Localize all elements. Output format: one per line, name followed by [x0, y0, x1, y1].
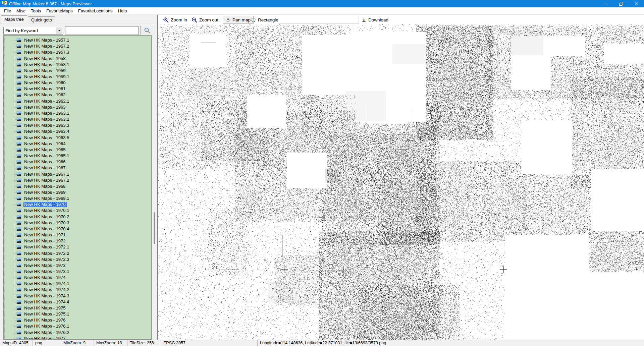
pan-map-button[interactable]: Pan map [223, 16, 254, 24]
tree-connector [13, 223, 16, 223]
tree-row[interactable]: New HK Maps - 1957.2 [4, 43, 151, 49]
minimize-button[interactable] [598, 0, 613, 7]
tree-row[interactable]: New HK Maps - 1970.1 [4, 208, 151, 214]
tree-row[interactable]: New HK Maps - 1959.1 [4, 74, 151, 80]
tree-row[interactable]: New HK Maps - 1976.2 [4, 330, 151, 336]
tree-connector [13, 278, 16, 278]
tree-row[interactable]: New HK Maps - 1970.3 [4, 220, 151, 226]
tree-row[interactable]: New HK Maps - 1976 [4, 317, 151, 323]
tree-row[interactable]: New HK Maps - 1970.2 [4, 214, 151, 220]
map-item-icon [16, 184, 21, 188]
tree-row[interactable]: New HK Maps - 1972.1 [4, 244, 151, 250]
tree-row[interactable]: New HK Maps - 1967.2 [4, 177, 151, 183]
tree-row[interactable]: New HK Maps - 1958 [4, 55, 151, 61]
tree-row[interactable]: New HK Maps - 1974.4 [4, 299, 151, 305]
zoom-out-button[interactable]: Zoom out [192, 15, 218, 24]
tree-row[interactable]: New HK Maps - 1963.4 [4, 128, 151, 134]
tree-row[interactable]: New HK Maps - 1967 [4, 165, 151, 171]
tree-connector [13, 150, 16, 150]
tree-row[interactable]: New HK Maps - 1958.1 [4, 62, 151, 68]
search-icon [144, 27, 151, 34]
menu-misc[interactable]: Misc [14, 7, 28, 14]
tree-scrollbar-thumb[interactable] [154, 212, 155, 244]
tree-connector [13, 326, 16, 327]
tree-item-label: New HK Maps - 1975.1 [23, 311, 70, 317]
search-input[interactable] [65, 26, 139, 35]
tree-row[interactable]: New HK Maps - 1970.4 [4, 226, 151, 232]
tree-item-label: New HK Maps - 1974.3 [23, 293, 70, 299]
map-canvas[interactable] [158, 24, 644, 340]
tree-scrollbar[interactable] [152, 35, 157, 340]
chevron-down-icon[interactable] [56, 27, 62, 34]
close-button[interactable] [629, 0, 644, 7]
tree-row[interactable]: New HK Maps - 1962 [4, 92, 151, 98]
map-item-icon [16, 136, 21, 140]
map-item-icon [16, 123, 21, 127]
tree-item-label: New HK Maps - 1963.3 [23, 123, 70, 128]
tree-row[interactable]: New HK Maps - 1957.3 [4, 49, 151, 55]
tree-row[interactable]: New HK Maps - 1961 [4, 86, 151, 92]
tree-connector [13, 333, 16, 333]
tree-row[interactable]: New HK Maps - 1974.3 [4, 293, 151, 299]
download-button[interactable]: Download [362, 15, 388, 24]
tab-maps-tree[interactable]: Maps tree [1, 15, 27, 23]
tree-row[interactable]: New HK Maps - 1965.1 [4, 153, 151, 159]
map-item-icon [16, 142, 21, 146]
tree-item-label: New HK Maps - 1958.1 [23, 62, 70, 67]
pan-map-label: Pan map [232, 17, 251, 22]
tree-row[interactable]: New HK Maps - 1965 [4, 147, 151, 153]
tree-row[interactable]: New HK Maps - 1959 [4, 68, 151, 74]
tree-row[interactable]: New HK Maps - 1973 [4, 263, 151, 269]
tree-row[interactable]: New HK Maps - 1969.1 [4, 195, 151, 201]
tree-row[interactable]: New HK Maps - 1974.2 [4, 287, 151, 293]
map-item-icon [16, 227, 21, 231]
tree-row[interactable]: New HK Maps - 1971 [4, 232, 151, 238]
tree-row[interactable]: New HK Maps - 1975 [4, 305, 151, 311]
tree-row[interactable]: New HK Maps - 1968 [4, 183, 151, 189]
tree-row[interactable]: New HK Maps - 1973.1 [4, 269, 151, 275]
menu-tools[interactable]: Tools [28, 7, 44, 14]
tree-row[interactable]: New HK Maps - 1966 [4, 159, 151, 165]
map-item-icon [16, 148, 21, 152]
tree-row[interactable]: New HK Maps - 1963.1 [4, 110, 151, 116]
tree-row[interactable]: New HK Maps - 1974.1 [4, 281, 151, 287]
tree-row[interactable]: New HK Maps - 1972 [4, 238, 151, 244]
tree-row[interactable]: New HK Maps - 1970 [4, 201, 151, 208]
tree-row[interactable]: New HK Maps - 1963.3 [4, 122, 151, 128]
tree-connector [13, 211, 16, 211]
tree-connector [13, 192, 16, 193]
find-by-keyword-select[interactable]: Find by Keyword [3, 27, 63, 35]
tree-row[interactable]: New HK Maps - 1967.1 [4, 171, 151, 177]
rectangle-button[interactable]: Rectangle [252, 15, 278, 24]
tree-row[interactable]: New HK Maps - 1964 [4, 141, 151, 147]
tree-row[interactable]: New HK Maps - 1976.1 [4, 323, 151, 329]
tree-item-label: New HK Maps - 1959 [23, 68, 67, 73]
menu-help[interactable]: Help [115, 7, 129, 14]
menu-favoritelocations[interactable]: FavoriteLocations [75, 7, 115, 14]
map-item-icon [16, 288, 21, 292]
tree-row[interactable]: New HK Maps - 1972.3 [4, 256, 151, 263]
tree-row[interactable]: New HK Maps - 1975.1 [4, 311, 151, 317]
tree-item-label: New HK Maps - 1965.1 [23, 153, 70, 159]
tab-quick-goto[interactable]: Quick goto [28, 16, 55, 23]
tree-row[interactable]: New HK Maps - 1957.1 [4, 37, 151, 43]
tree-row[interactable]: New HK Maps - 1977 [4, 336, 151, 340]
menu-file[interactable]: File [1, 7, 14, 14]
menu-favoritemaps[interactable]: FavoriteMaps [44, 7, 75, 14]
tree-row[interactable]: New HK Maps - 1963.5 [4, 135, 151, 141]
coordinate-input[interactable] [278, 16, 359, 24]
tree-connector [13, 101, 16, 102]
tree-row[interactable]: New HK Maps - 1969 [4, 189, 151, 195]
restore-button[interactable] [613, 0, 629, 7]
tree-row[interactable]: New HK Maps - 1962.1 [4, 98, 151, 104]
tree-row[interactable]: New HK Maps - 1972.2 [4, 250, 151, 256]
tree-row[interactable]: New HK Maps - 1963 [4, 104, 151, 110]
search-button[interactable] [140, 26, 154, 35]
tree-row[interactable]: New HK Maps - 1963.2 [4, 116, 151, 122]
tree-item-label: New HK Maps - 1970.2 [23, 214, 70, 220]
tree-row[interactable]: New HK Maps - 1960 [4, 80, 151, 86]
window-title: Offline Map Maker 8.367 - Maps Previewer [9, 1, 92, 6]
tree-connector [13, 266, 16, 266]
tree-row[interactable]: New HK Maps - 1974 [4, 275, 151, 281]
zoom-in-button[interactable]: Zoom in [163, 15, 187, 24]
